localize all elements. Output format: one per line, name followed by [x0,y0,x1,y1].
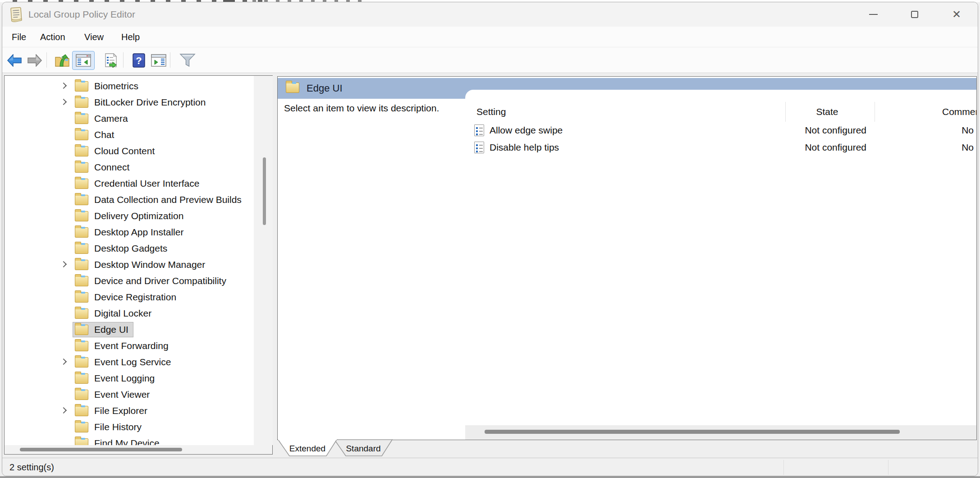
tree-item[interactable]: Cloud Content [5,143,253,159]
toggle-action-pane-button[interactable] [149,51,168,70]
chevron-right-icon[interactable] [60,358,68,366]
minimize-icon [869,14,878,15]
gpedit-window: Local Group Policy Editor ✕ File Action … [2,2,978,476]
tree-item[interactable]: File Explorer [5,403,253,418]
tree-item-selected[interactable]: Edge UI [5,322,253,337]
tree-item[interactable]: Desktop Window Manager [5,257,253,272]
folder-icon [75,357,88,368]
back-button[interactable] [5,51,23,70]
column-header-state[interactable]: State [782,103,872,121]
results-horizontal-scrollbar[interactable] [465,425,976,440]
results-horizontal-scrollbar-thumb[interactable] [485,430,900,434]
folder-icon [75,195,88,205]
filter-button[interactable] [178,51,197,70]
minimize-button[interactable] [862,5,884,24]
toggle-console-tree-button[interactable] [72,51,95,70]
tree-item[interactable]: Device and Driver Compatibility [5,273,253,289]
tree-list: Biometrics BitLocker Drive Encryption Ca… [5,76,253,445]
toolbar-separator [170,52,170,68]
results-list-notch [465,90,976,117]
menu-file[interactable]: File [12,27,26,47]
setting-row[interactable]: Allow edge swipe Not configured No [465,122,977,139]
maximize-button[interactable] [904,5,925,24]
tree-item[interactable]: Biometrics [5,78,253,94]
setting-state: Not configured [776,139,866,156]
results-pane: Edge UI Select an item to view its descr… [277,76,977,440]
console-tree-pane: Biometrics BitLocker Drive Encryption Ca… [4,75,273,455]
filter-icon [179,53,196,68]
chevron-right-icon[interactable] [60,261,68,268]
tree-vertical-scrollbar[interactable] [254,76,273,445]
tree-item[interactable]: Data Collection and Preview Builds [5,192,253,207]
menu-help[interactable]: Help [121,27,140,47]
tree-item[interactable]: Delivery Optimization [5,208,253,224]
tree-item[interactable]: Event Logging [5,371,253,386]
folder-icon [75,422,88,432]
tree-item[interactable]: Credential User Interface [5,176,253,191]
chevron-right-icon[interactable] [60,99,68,106]
tree-item[interactable]: Event Forwarding [5,338,253,354]
results-header-title: Edge UI [307,78,343,99]
chevron-right-icon[interactable] [60,83,68,90]
tree-item[interactable]: BitLocker Drive Encryption [5,95,253,110]
export-folder-button[interactable] [53,51,72,70]
tree-item[interactable]: Desktop App Installer [5,225,253,240]
console-tree-icon [76,54,91,67]
folder-icon [75,97,88,108]
tree-item[interactable]: Device Registration [5,290,253,305]
description-placeholder: Select an item to view its description. [284,103,461,114]
help-button[interactable]: ? [130,51,147,70]
tree-item[interactable]: Desktop Gadgets [5,241,253,256]
folder-icon [75,406,88,416]
folder-icon [75,373,88,384]
folder-icon [75,179,88,189]
folder-icon [75,244,88,254]
setting-comment: No [884,122,974,139]
content-area: Biometrics BitLocker Drive Encryption Ca… [2,73,978,458]
tree-item[interactable]: Connect [5,160,253,175]
chevron-right-icon[interactable] [60,407,68,414]
view-tabs [2,439,978,458]
setting-comment: No [884,139,974,156]
policy-setting-icon [474,142,484,153]
setting-name[interactable]: Disable help tips [490,139,559,156]
export-list-button[interactable] [101,51,120,70]
setting-state: Not configured [776,122,866,139]
tree-item[interactable]: Chat [5,127,253,142]
maximize-icon [911,11,918,18]
tree-item[interactable]: Digital Locker [5,306,253,321]
folder-icon [75,130,88,140]
policy-setting-icon [474,124,484,136]
folder-icon [75,114,88,124]
tab-extended[interactable]: Extended [280,441,334,456]
folder-up-icon [54,53,70,68]
tab-standard[interactable]: Standard [336,441,390,456]
column-separator[interactable] [875,102,875,122]
tree-item[interactable]: File History [5,419,253,435]
setting-name[interactable]: Allow edge swipe [490,122,563,139]
column-header-comment[interactable]: Comment [942,103,977,121]
tree-vertical-scrollbar-thumb[interactable] [263,157,266,225]
setting-row[interactable]: Disable help tips Not configured No [465,139,977,156]
forward-button[interactable] [26,51,44,70]
menu-view[interactable]: View [84,27,104,47]
close-icon: ✕ [952,9,961,20]
toolbar: ? [2,47,978,73]
export-list-icon [103,53,119,68]
tree-item[interactable]: Camera [5,111,253,126]
close-button[interactable]: ✕ [946,5,967,24]
folder-icon [286,83,299,93]
column-header-setting[interactable]: Setting [476,103,506,121]
tree-item[interactable]: Event Log Service [5,354,253,370]
menu-action[interactable]: Action [40,27,65,47]
statusbar-divider [888,460,888,475]
titlebar[interactable]: Local Group Policy Editor ✕ [2,2,978,27]
tree-item[interactable]: Event Viewer [5,387,253,402]
folder-icon [75,260,88,270]
folder-icon [75,146,88,156]
toolbar-separator [46,52,47,68]
folder-icon [75,390,88,400]
desktop-background-strip [0,476,980,478]
folder-icon [75,341,88,351]
help-icon: ? [133,53,145,68]
